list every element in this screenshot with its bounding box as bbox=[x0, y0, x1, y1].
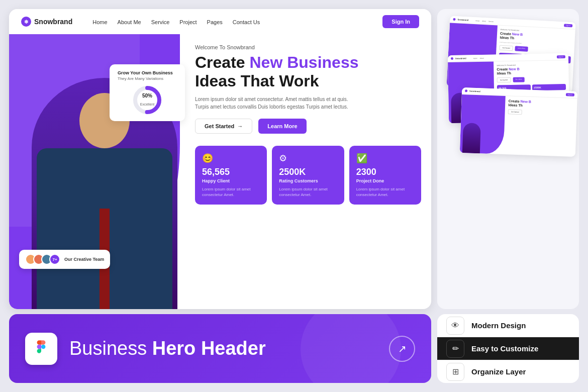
feature-label-easy-customize: Easy to Customize bbox=[471, 344, 538, 353]
bottom-banner-text: Business Hero Header bbox=[69, 338, 377, 359]
feature-icon-easy-customize: ✏ bbox=[446, 340, 464, 358]
nav-about[interactable]: About Me bbox=[118, 17, 141, 26]
nav-home-link[interactable]: Home bbox=[92, 19, 107, 25]
right-panel: Snowbrand Home About Service Sign In Wel… bbox=[437, 9, 579, 309]
stat-box-2: ⚙ 2500K Rating Customers Lorem ipsum dol… bbox=[272, 146, 344, 205]
feature-item-easy-customize[interactable]: ✏ Easy to Customize bbox=[437, 337, 579, 360]
mini-preview-3: Snowbrand Sign In Create New BIdeas Th G… bbox=[460, 87, 577, 157]
bottom-title: Business Hero Header bbox=[69, 338, 377, 359]
stat-card-subtitle: They Are Many Variations bbox=[118, 76, 177, 81]
arrow-circle-button[interactable]: ↗ bbox=[389, 336, 415, 362]
hero-title-highlight: New Business bbox=[250, 53, 359, 71]
hero-section: Grow Your Own Business They Are Many Var… bbox=[9, 34, 431, 309]
team-label: Our Creative Team bbox=[64, 257, 104, 262]
bottom-title-bold: Hero Header bbox=[152, 338, 266, 359]
nav-contact[interactable]: Contact Us bbox=[233, 17, 260, 26]
figma-icon bbox=[33, 339, 49, 359]
stat-desc-2: Lorem ipsum dolor sit amet consectetur A… bbox=[279, 186, 337, 198]
nav-contact-link[interactable]: Contact Us bbox=[233, 19, 260, 25]
donut-text: Excellent bbox=[140, 103, 154, 106]
nav-about-link[interactable]: About Me bbox=[118, 19, 141, 25]
stat-card-title: Grow Your Own Business bbox=[118, 70, 177, 75]
feature-icon-organize-layer: ⊞ bbox=[446, 363, 464, 381]
nav-project-link[interactable]: Project bbox=[179, 19, 197, 25]
hero-tagline: Welcome To Snowbrand bbox=[195, 44, 421, 50]
stat-icon-1: 😊 bbox=[202, 153, 260, 164]
hero-buttons: Get Started → Learn More bbox=[195, 119, 421, 134]
feature-label-organize-layer: Organize Layer bbox=[471, 367, 526, 376]
nav-links: Home About Me Service Project Pages Cont… bbox=[92, 17, 260, 26]
figma-icon-wrapper bbox=[25, 333, 57, 365]
stat-label-1: Happy Client bbox=[202, 178, 260, 183]
nav-service[interactable]: Service bbox=[151, 17, 170, 26]
donut-label: 50% Excellent bbox=[140, 93, 154, 108]
hero-description: Lorem ipsum dolor sit amet consectetur. … bbox=[195, 95, 356, 111]
logo: ❄ Snowbrand bbox=[21, 17, 72, 27]
stat-desc-1: Lorem ipsum dolor sit amet consectetur A… bbox=[202, 186, 260, 198]
nav-service-link[interactable]: Service bbox=[151, 19, 170, 25]
nav-project[interactable]: Project bbox=[179, 17, 197, 26]
get-started-label: Get Started bbox=[205, 123, 234, 129]
person-suit bbox=[37, 148, 172, 309]
feature-label-modern-design: Modern Design bbox=[471, 321, 526, 330]
stat-number-2: 2500K bbox=[279, 167, 337, 177]
preview-inner: ❄ Snowbrand Home About Me Service Projec… bbox=[9, 9, 431, 309]
arrow-diagonal-icon: ↗ bbox=[398, 343, 407, 355]
get-started-button[interactable]: Get Started → bbox=[195, 119, 252, 134]
team-badge: 7+ Our Creative Team bbox=[19, 250, 110, 269]
navbar: ❄ Snowbrand Home About Me Service Projec… bbox=[9, 9, 431, 34]
learn-more-button[interactable]: Learn More bbox=[258, 119, 306, 134]
bottom-title-normal: Business bbox=[69, 338, 152, 359]
stat-desc-3: Lorem ipsum dolor sit amet consectetur A… bbox=[356, 186, 414, 198]
donut-chart: 50% Excellent bbox=[132, 85, 162, 115]
logo-icon: ❄ bbox=[21, 17, 31, 27]
hero-title: Create New Business Ideas That Work bbox=[195, 53, 421, 90]
stat-number-3: 2300 bbox=[356, 167, 414, 177]
hero-title-part1: Create bbox=[195, 53, 250, 71]
donut-percent: 50% bbox=[140, 93, 154, 99]
mini-sign-1: Sign In bbox=[564, 24, 573, 27]
stat-label-3: Project Done bbox=[356, 178, 414, 183]
hero-title-part2: Ideas That Work bbox=[195, 72, 319, 90]
nav-pages-link[interactable]: Pages bbox=[207, 19, 223, 25]
stat-card-overlay: Grow Your Own Business They Are Many Var… bbox=[110, 64, 185, 121]
stat-label-2: Rating Customers bbox=[279, 178, 337, 183]
feature-icon-modern-design: 👁 bbox=[446, 317, 464, 335]
mini-logo-text-1: Snowbrand bbox=[457, 18, 468, 21]
stat-box-3: ✅ 2300 Project Done Lorem ipsum dolor si… bbox=[349, 146, 421, 205]
features-panel: 👁 Modern Design ✏ Easy to Customize ⊞ Or… bbox=[437, 314, 579, 383]
stat-number-1: 56,565 bbox=[202, 167, 260, 177]
stat-icon-3: ✅ bbox=[356, 153, 414, 164]
preview-stack: Snowbrand Home About Service Sign In Wel… bbox=[437, 9, 579, 309]
arrow-icon: → bbox=[237, 123, 243, 129]
donut-wrapper: 50% Excellent bbox=[118, 85, 177, 115]
stat-boxes: 😊 56,565 Happy Client Lorem ipsum dolor … bbox=[195, 146, 421, 205]
mini-logo-dot-1 bbox=[453, 18, 455, 21]
feature-item-organize-layer[interactable]: ⊞ Organize Layer bbox=[437, 360, 579, 383]
bottom-section: Business Hero Header ↗ 👁 Modern Design ✏… bbox=[0, 314, 588, 392]
bottom-banner: Business Hero Header ↗ bbox=[9, 314, 431, 383]
stat-icon-2: ⚙ bbox=[279, 153, 337, 164]
hero-content: Welcome To Snowbrand Create New Business… bbox=[195, 44, 421, 205]
sign-in-button[interactable]: Sign In bbox=[382, 15, 419, 28]
feature-item-modern-design[interactable]: 👁 Modern Design bbox=[437, 314, 579, 337]
nav-pages[interactable]: Pages bbox=[207, 17, 223, 26]
top-section: ❄ Snowbrand Home About Me Service Projec… bbox=[0, 0, 588, 314]
logo-text: Snowbrand bbox=[34, 18, 72, 26]
team-avatars: 7+ bbox=[25, 254, 60, 265]
preview-card: ❄ Snowbrand Home About Me Service Projec… bbox=[9, 9, 431, 309]
mini-nav-1: Home About Service bbox=[475, 20, 494, 23]
stat-box-1: 😊 56,565 Happy Client Lorem ipsum dolor … bbox=[195, 146, 267, 205]
stack-item-3: Snowbrand Sign In Create New BIdeas Th G… bbox=[460, 87, 577, 157]
nav-home[interactable]: Home bbox=[92, 17, 107, 26]
team-count: 7+ bbox=[49, 254, 60, 265]
